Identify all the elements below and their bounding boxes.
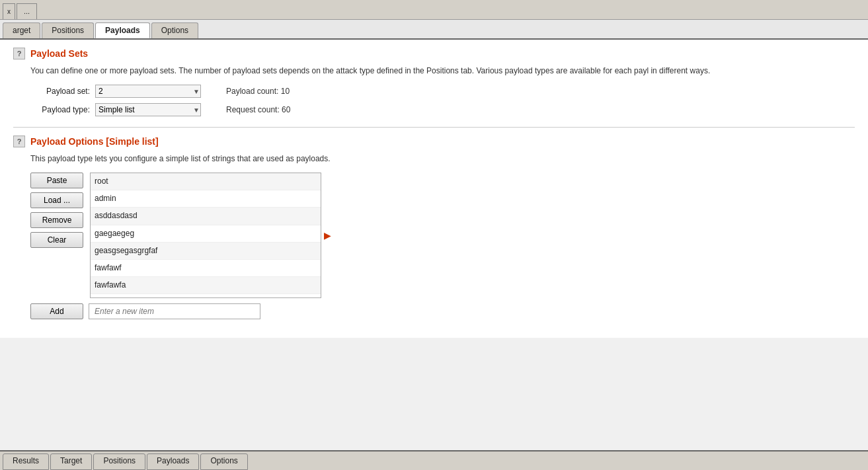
scroll-right-arrow-icon[interactable]: ▶ <box>324 230 331 241</box>
title-bar: x ... <box>0 0 868 20</box>
payload-set-label: Payload set: <box>30 87 90 96</box>
more-tab[interactable]: ... <box>17 3 37 19</box>
payload-set-select-wrapper: 1 2 3 ▼ <box>95 85 201 98</box>
payload-set-row: Payload set: 1 2 3 ▼ Payload count: 10 <box>30 85 855 98</box>
list-item[interactable]: fawfawfa <box>91 277 321 294</box>
list-item[interactable]: admin <box>91 190 321 208</box>
payload-set-select[interactable]: 1 2 3 <box>95 85 201 98</box>
payload-list-box[interactable]: root admin asddasdasd gaegaegeg geasgseg… <box>90 173 321 298</box>
payload-options-area: Paste Load ... Remove Clear root admin a… <box>30 173 855 319</box>
payload-sets-title: Payload Sets <box>30 48 88 59</box>
payload-sets-help-icon[interactable]: ? <box>13 48 25 59</box>
payload-type-row: Payload type: Simple list Runtime file C… <box>30 103 855 116</box>
payload-options-desc: This payload type lets you configure a s… <box>30 153 855 165</box>
bottom-tab-target[interactable]: Target <box>50 453 92 470</box>
payload-type-select-wrapper: Simple list Runtime file Custom iterator… <box>95 103 201 116</box>
load-button[interactable]: Load ... <box>30 192 83 208</box>
bottom-tabs: Results Target Positions Payloads Option… <box>0 450 868 470</box>
payload-options-section: ? Payload Options [Simple list] This pay… <box>13 136 855 319</box>
add-button[interactable]: Add <box>30 303 83 319</box>
list-item[interactable]: gaegaegeg <box>91 225 321 243</box>
list-container: root admin asddasdasd gaegaegeg geasgseg… <box>90 173 331 298</box>
remove-button[interactable]: Remove <box>30 212 83 228</box>
bottom-tab-results[interactable]: Results <box>3 453 49 470</box>
payload-sets-desc: You can define one or more payload sets.… <box>30 65 855 77</box>
list-item[interactable]: geasgsegasgrgfaf <box>91 243 321 260</box>
payload-count-info: Payload count: 10 <box>226 87 290 96</box>
payload-list-inner: root admin asddasdasd gaegaegeg geasgseg… <box>91 173 321 297</box>
add-item-input[interactable] <box>89 303 260 319</box>
payload-options-title: Payload Options [Simple list] <box>30 136 159 147</box>
main-window: x ... arget Positions Payloads Options ?… <box>0 0 868 470</box>
list-item[interactable]: gekgleglal <box>91 294 321 297</box>
request-count-info: Request count: 60 <box>226 105 290 114</box>
list-area: Paste Load ... Remove Clear root admin a… <box>30 173 855 298</box>
payload-options-header: ? Payload Options [Simple list] <box>13 136 855 147</box>
list-item[interactable]: asddasdasd <box>91 208 321 225</box>
tab-options[interactable]: Options <box>151 22 198 38</box>
nav-tabs: arget Positions Payloads Options <box>0 20 868 40</box>
list-buttons: Paste Load ... Remove Clear <box>30 173 83 298</box>
bottom-tab-payloads[interactable]: Payloads <box>147 453 199 470</box>
bottom-tab-options[interactable]: Options <box>200 453 247 470</box>
payload-sets-section: ? Payload Sets You can define one or mor… <box>13 48 855 116</box>
payload-options-help-icon[interactable]: ? <box>13 136 25 147</box>
close-tab[interactable]: x <box>3 3 15 19</box>
tab-target[interactable]: arget <box>3 22 40 38</box>
payload-sets-header: ? Payload Sets <box>13 48 855 59</box>
paste-button[interactable]: Paste <box>30 173 83 188</box>
tab-payloads[interactable]: Payloads <box>95 22 150 38</box>
add-row: Add <box>30 303 855 319</box>
clear-button[interactable]: Clear <box>30 232 83 248</box>
list-item[interactable]: fawfawf <box>91 260 321 277</box>
main-content: ? Payload Sets You can define one or mor… <box>0 40 868 338</box>
payload-type-select[interactable]: Simple list Runtime file Custom iterator… <box>95 103 201 116</box>
tab-positions[interactable]: Positions <box>42 22 94 38</box>
payload-type-label: Payload type: <box>30 105 90 114</box>
section-divider <box>13 127 855 128</box>
list-item[interactable]: root <box>91 173 321 190</box>
bottom-tab-positions[interactable]: Positions <box>93 453 145 470</box>
